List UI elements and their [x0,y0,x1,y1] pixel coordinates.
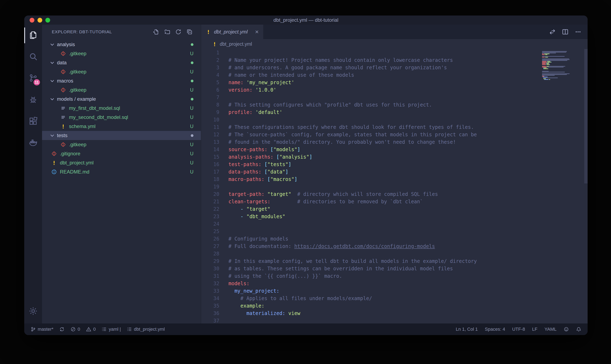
sync-icon [59,326,65,332]
code-line-31[interactable]: 31# using the `{{ config(...) }}` macro. [201,272,588,280]
code-line-8[interactable]: 8# This setting configures which "profil… [201,101,588,109]
code-line-16[interactable]: 16test-paths: ["tests"] [201,161,588,168]
activity-docker[interactable] [24,132,42,154]
status-warnings[interactable]: 0 [86,326,96,332]
git-untracked-badge: U [190,105,194,111]
code-line-13[interactable]: 13# found in the "models/" directory. Yo… [201,138,588,146]
code-line-26[interactable]: 26# Configuring models [201,235,588,243]
code-line-4[interactable]: 4# name or the intended use of these mod… [201,71,588,79]
code-line-28[interactable]: 28 [201,250,588,258]
activity-settings[interactable] [24,301,42,322]
status-notifications[interactable] [576,326,581,332]
status-sync[interactable] [59,326,65,332]
window-title: dbt_project.yml — dbt-tutorial [273,17,338,23]
code-line-18[interactable]: 18macro-paths: ["macros"] [201,176,588,183]
code-text: # These configurations specify where dbt… [219,123,474,131]
code-line-35[interactable]: 35 example: [201,302,588,310]
status-cursor-position[interactable]: Ln 1, Col 1 [456,326,478,332]
activity-debug[interactable] [24,89,42,111]
code-line-33[interactable]: 33 my_new_project: [201,287,588,295]
tree-item-readme-md[interactable]: README.mdU [42,167,201,176]
more-actions-button[interactable] [575,28,581,35]
status-language-mode[interactable]: YAML [544,326,556,332]
code-line-17[interactable]: 17data-paths: ["data"] [201,168,588,176]
code-line-22[interactable]: 22 - "target" [201,205,588,213]
tree-item-gitkeep[interactable]: .gitkeepU [42,67,201,76]
branch-icon [30,326,36,332]
tree-item-gitkeep[interactable]: .gitkeepU [42,85,201,94]
code-text [219,220,228,228]
activity-explorer[interactable] [24,25,42,46]
tree-item-schema-yml[interactable]: schema.ymlU [42,122,201,131]
activity-extensions[interactable] [24,111,42,132]
status-errors[interactable]: 0 [70,326,80,332]
refresh-explorer-button[interactable] [175,29,181,35]
status-yaml-schema[interactable]: yaml | [101,326,121,332]
code-line-20[interactable]: 20target-path: "target" # directory whic… [201,191,588,198]
code-line-19[interactable]: 19 [201,183,588,191]
code-line-30[interactable]: 30# as tables. These settings can be ove… [201,265,588,272]
tree-item-data[interactable]: data [42,58,201,67]
tree-item-models-example[interactable]: models / example [42,94,201,104]
tree-item-gitkeep[interactable]: .gitkeepU [42,49,201,58]
code-line-7[interactable]: 7 [201,94,588,101]
status-encoding[interactable]: UTF-8 [512,326,525,332]
open-changes-button[interactable] [549,28,556,35]
status-feedback[interactable] [564,326,569,332]
code-line-25[interactable]: 25 [201,228,588,235]
code-text: # Full documentation: https://docs.getdb… [219,243,435,250]
code-line-1[interactable]: 1 [201,49,588,56]
status-active-file[interactable]: dbt_project.yml [127,326,165,332]
status-indentation[interactable]: Spaces: 4 [485,326,505,332]
tree-item-macros[interactable]: macros [42,76,201,85]
line-number: 2 [201,56,219,64]
code-line-23[interactable]: 23 - "dbt_modules" [201,213,588,220]
code-line-5[interactable]: 5name: 'my_new_project' [201,79,588,86]
minimize-window-button[interactable] [38,18,42,23]
tab-dbt-project-yml[interactable]: dbt_project.yml × [201,25,263,39]
code-line-34[interactable]: 34 # Applies to all files under models/e… [201,295,588,302]
breadcrumb[interactable]: dbt_project.yml [201,39,588,49]
code-line-6[interactable]: 6version: '1.0.0' [201,86,588,94]
tab-close-icon[interactable]: × [255,29,259,35]
code-line-36[interactable]: 36 materialized: view [201,310,588,317]
tree-item-tests[interactable]: tests [42,131,201,140]
editor[interactable]: 12# Name your project! Project names sho… [201,49,588,324]
code-line-32[interactable]: 32models: [201,280,588,287]
tree-item-dbt-project-yml[interactable]: dbt_project.ymlU [42,158,201,167]
activity-search[interactable] [24,46,42,68]
code-line-10[interactable]: 10 [201,116,588,123]
code-text: profile: 'default' [219,109,282,116]
code-line-15[interactable]: 15analysis-paths: ["analysis"] [201,153,588,161]
tree-item-analysis[interactable]: analysis [42,40,201,49]
scrollbar-thumb[interactable] [584,49,588,183]
line-number: 29 [201,258,219,265]
zoom-window-button[interactable] [45,18,50,23]
code-line-29[interactable]: 29# In this example config, we tell dbt … [201,258,588,265]
split-editor-button[interactable] [562,28,569,35]
close-window-button[interactable] [30,18,34,23]
code-line-3[interactable]: 3# and underscores. A good package name … [201,64,588,71]
code-line-14[interactable]: 14source-paths: ["models"] [201,146,588,153]
code-line-11[interactable]: 11# These configurations specify where d… [201,123,588,131]
tree-item-gitignore[interactable]: .gitignoreU [42,149,201,158]
minimap[interactable] [542,50,579,81]
code-line-37[interactable]: 37 [201,317,588,324]
tree-item-gitkeep[interactable]: .gitkeepU [42,140,201,149]
tree-item-my-first-dbt-model-sql[interactable]: my_first_dbt_model.sqlU [42,104,201,113]
new-file-button[interactable] [153,29,159,35]
collapse-folders-button[interactable] [186,29,193,35]
code-line-9[interactable]: 9profile: 'default' [201,109,588,116]
line-number: 8 [201,101,219,109]
tree-item-my-second-dbt-model-sql[interactable]: my_second_dbt_model.sqlU [42,113,201,122]
code-line-27[interactable]: 27# Full documentation: https://docs.get… [201,243,588,250]
status-git-branch[interactable]: master* [30,326,54,332]
status-eol[interactable]: LF [532,326,538,332]
code-line-2[interactable]: 2# Name your project! Project names shou… [201,56,588,64]
sidebar-header: EXPLORER: DBT-TUTORIAL [42,25,201,39]
code-line-24[interactable]: 24 [201,220,588,228]
new-folder-button[interactable] [164,29,170,35]
code-line-12[interactable]: 12# The `source-paths` config, for examp… [201,131,588,138]
code-line-21[interactable]: 21clean-targets: # directories to be rem… [201,198,588,205]
activity-source-control[interactable]: 11 [24,68,42,89]
